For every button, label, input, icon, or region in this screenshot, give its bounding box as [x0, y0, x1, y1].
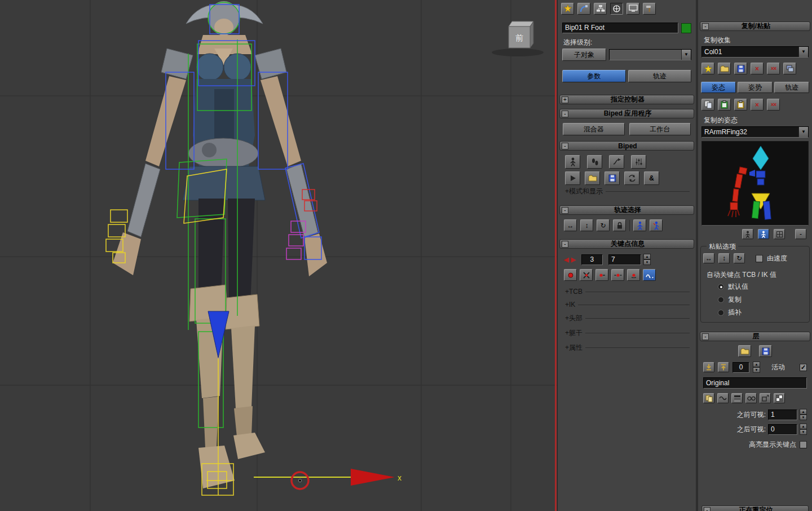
tab-trajectories[interactable]: 轨迹 — [628, 70, 692, 82]
tab-motion[interactable] — [610, 3, 623, 15]
save-file-button[interactable] — [604, 171, 620, 185]
see-through-button[interactable] — [745, 393, 757, 403]
viewcube-front[interactable]: 前 — [492, 21, 544, 56]
tab-parameters[interactable]: 参数 — [562, 70, 626, 82]
workbench-button[interactable]: 工作台 — [629, 123, 691, 135]
transform-gizmo[interactable]: x — [254, 469, 401, 489]
footstep-mode-button[interactable] — [587, 155, 602, 169]
previous-layer-button[interactable] — [703, 362, 714, 372]
object-color-swatch[interactable] — [681, 23, 691, 33]
set-planted-key-button[interactable] — [595, 269, 608, 281]
body-vertical-button[interactable]: ↕ — [580, 219, 593, 231]
rollout-key-info[interactable]: - 关键点信息 — [559, 239, 694, 249]
load-layer-button[interactable] — [738, 345, 751, 357]
mixer-mode-button[interactable] — [631, 155, 646, 169]
layer-stack-button[interactable] — [731, 393, 743, 403]
rollout-retarget[interactable]: - 正在重定位 — [701, 505, 809, 511]
open-collection-button[interactable] — [718, 63, 731, 74]
character-model[interactable] — [113, 1, 327, 488]
by-velocity-checkbox[interactable] — [756, 255, 763, 262]
radio-copied[interactable] — [718, 297, 724, 303]
edit-collection-button[interactable] — [783, 63, 796, 74]
tab-hierarchy[interactable] — [594, 3, 607, 15]
paste-posture-opposite-button[interactable] — [734, 99, 747, 111]
next-layer-button[interactable] — [718, 362, 729, 372]
object-name-field[interactable]: Bip01 R Foot — [562, 23, 678, 33]
body-horizontal-button[interactable]: ↔ — [564, 219, 577, 231]
layer-index-spinner[interactable]: ▲ ▼ — [753, 362, 760, 373]
extract-layer-button[interactable] — [760, 393, 771, 403]
key-number-field[interactable]: 3 — [581, 254, 603, 265]
set-sliding-key-button[interactable] — [611, 269, 624, 281]
tab-create[interactable] — [561, 3, 574, 15]
layer-curves-button[interactable] — [717, 393, 729, 403]
radio-default[interactable] — [718, 284, 724, 290]
frame-number-field[interactable]: 7 — [608, 254, 641, 265]
tab-utilities[interactable] — [643, 3, 656, 15]
copied-posture-dropdown[interactable]: RArmRFing32 ▼ — [701, 126, 809, 138]
visible-after-field[interactable]: 0 — [768, 424, 797, 435]
save-collection-button[interactable] — [734, 63, 747, 74]
ik-expander[interactable]: +IK — [565, 301, 690, 309]
tab-pose[interactable]: 姿势 — [738, 82, 773, 93]
subobject-button[interactable]: 子对象 — [562, 49, 606, 61]
tcb-curve-button[interactable] — [643, 269, 656, 281]
active-layer-checkbox[interactable]: ✓ — [800, 364, 807, 371]
previous-key-button[interactable]: ◀ — [564, 256, 568, 263]
load-file-button[interactable] — [585, 171, 600, 185]
delete-key-button[interactable] — [580, 269, 593, 281]
set-free-key-button[interactable] — [627, 269, 640, 281]
rollout-assign-controller[interactable]: + 指定控制器 — [559, 95, 694, 104]
layer-name-field[interactable]: Original — [703, 377, 807, 389]
paste-rotation-button[interactable]: ↻ — [734, 253, 745, 263]
symmetry-button[interactable] — [633, 219, 646, 231]
paste-posture-button[interactable] — [718, 99, 731, 111]
paste-vertical-button[interactable]: ↕ — [718, 253, 730, 263]
preview-show-bones-button[interactable] — [742, 229, 753, 239]
radio-interpolated[interactable] — [718, 310, 724, 316]
mixer-button[interactable]: 混合器 — [563, 123, 625, 135]
highlight-keys-checkbox[interactable] — [800, 441, 807, 448]
paste-horizontal-button[interactable]: ↔ — [703, 253, 714, 263]
posture-preview-canvas[interactable] — [701, 141, 809, 226]
biped-playback-button[interactable] — [565, 171, 580, 185]
viewport-canvas[interactable]: x 前 — [0, 0, 557, 511]
visible-before-spinner[interactable]: ▲ ▼ — [800, 409, 807, 420]
rollout-biped[interactable]: - Biped — [559, 141, 694, 151]
new-collection-button[interactable] — [701, 63, 714, 74]
collection-dropdown[interactable]: Col01 ▼ — [701, 46, 809, 58]
frame-spinner[interactable]: ▲ ▼ — [643, 254, 651, 265]
collapse-preview-button[interactable]: - — [795, 229, 806, 239]
preview-auto-update-button[interactable] — [774, 229, 785, 239]
collapse-layer-button[interactable] — [703, 393, 714, 403]
save-layer-button[interactable] — [759, 345, 772, 357]
rollout-biped-apps[interactable]: - Biped 应用程序 — [559, 109, 694, 118]
lock-com-button[interactable] — [613, 219, 626, 231]
tab-modify[interactable] — [577, 3, 590, 15]
rollout-layers[interactable]: - 层 — [700, 332, 810, 341]
copy-posture-button[interactable] — [701, 99, 714, 111]
delete-collection-button[interactable]: × — [751, 63, 764, 74]
delete-posture-button[interactable]: × — [751, 99, 764, 111]
delete-all-postures-button[interactable]: ×× — [767, 99, 780, 111]
convert-button[interactable] — [624, 171, 639, 185]
viewport[interactable]: x 前 — [0, 0, 557, 511]
tab-track[interactable]: 轨迹 — [774, 82, 809, 93]
prop-expander[interactable]: +属性 — [565, 343, 690, 353]
tcb-expander[interactable]: +TCB — [565, 288, 690, 296]
rollout-copy-paste[interactable]: - 复制/粘贴 — [700, 21, 810, 31]
subobject-level-dropdown[interactable]: ▼ — [609, 49, 691, 60]
visible-after-spinner[interactable]: ▲ ▼ — [800, 424, 807, 435]
delete-all-collections-button[interactable]: ×× — [767, 63, 780, 74]
rollout-track-selection[interactable]: - 轨迹选择 — [559, 205, 694, 215]
set-key-button[interactable] — [564, 269, 577, 281]
motion-flow-mode-button[interactable] — [609, 155, 624, 169]
head-expander[interactable]: +头部 — [565, 314, 690, 323]
figure-mode-button[interactable] — [565, 155, 580, 169]
snap-grid-button[interactable] — [774, 393, 785, 403]
tab-display[interactable] — [626, 3, 639, 15]
body-rotation-button[interactable]: ↻ — [597, 219, 610, 231]
preview-show-objects-button[interactable] — [758, 229, 769, 239]
visible-before-field[interactable]: 1 — [768, 409, 797, 420]
opposite-button[interactable] — [650, 219, 663, 231]
